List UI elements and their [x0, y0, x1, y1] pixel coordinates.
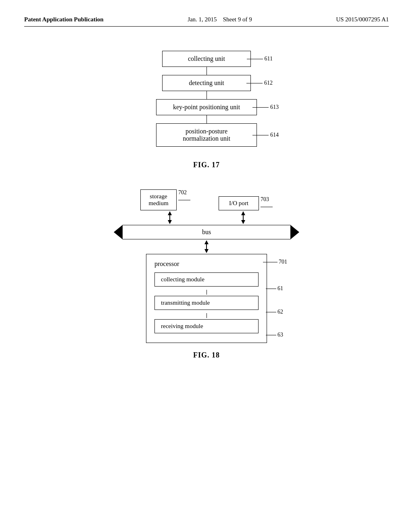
fig18-diagram: storage medium 702 I/O port — [114, 189, 299, 343]
processor-section: processor collecting module transmitting… — [146, 254, 267, 343]
keypoint-unit-box: key-point positioning unit 613 — [156, 99, 257, 115]
processor-outer-box: processor collecting module transmitting… — [146, 254, 267, 343]
collecting-module-box: collecting module — [154, 272, 259, 287]
header-center: Jan. 1, 2015 Sheet 9 of 9 — [188, 16, 252, 23]
header-right: US 2015/0007295 A1 — [336, 16, 389, 23]
fig17-diagram: collecting unit 611 detecting unit 612 — [156, 51, 257, 147]
module-ref-63: 63 — [266, 332, 283, 338]
module-ref-62: 62 — [266, 309, 283, 315]
connector-3 — [206, 115, 207, 123]
module-connector-2 — [154, 313, 259, 318]
module-connector-1 — [154, 290, 259, 295]
transmitting-module-box: transmitting module — [154, 296, 259, 310]
svg-rect-2 — [169, 214, 170, 221]
bus-to-processor-arrow — [202, 240, 211, 253]
io-port-box: I/O port — [219, 196, 259, 210]
fig17-caption: FIG. 17 — [193, 161, 220, 169]
bus-row: bus — [114, 225, 299, 239]
connector-1 — [206, 67, 207, 75]
double-arrow-left — [165, 211, 174, 224]
top-boxes-row: storage medium 702 I/O port — [140, 189, 273, 210]
double-arrow-right — [239, 211, 248, 224]
fig18-container: storage medium 702 I/O port — [24, 189, 389, 360]
processor-ref-line: 701 — [263, 259, 287, 265]
header-sheet: Sheet 9 of 9 — [223, 16, 252, 23]
double-arrow-center — [202, 240, 211, 253]
position-posture-box: position-posture normalization unit 614 — [156, 123, 257, 147]
header-date: Jan. 1, 2015 — [188, 16, 217, 23]
svg-rect-5 — [243, 214, 244, 221]
io-wrapper: I/O port 703 — [219, 196, 273, 210]
fig17-container: collecting unit 611 detecting unit 612 — [24, 51, 389, 169]
connector-2 — [206, 91, 207, 99]
svg-rect-8 — [206, 243, 207, 250]
processor-label: processor — [154, 260, 259, 268]
detecting-unit-box: detecting unit 612 — [162, 75, 251, 91]
module-ref-61: 61 — [266, 285, 283, 292]
top-arrows — [165, 211, 248, 224]
receiving-module-box: receiving module — [154, 319, 259, 333]
storage-wrapper: storage medium 702 — [140, 189, 190, 210]
bus-arrow-right — [290, 225, 299, 239]
fig18-caption: FIG. 18 — [193, 351, 220, 360]
storage-medium-box: storage medium — [140, 189, 177, 210]
header-left: Patent Application Publication — [24, 16, 104, 23]
bus-arrow-left — [114, 225, 123, 239]
header: Patent Application Publication Jan. 1, 2… — [24, 16, 389, 27]
collecting-unit-box: collecting unit 611 — [162, 51, 251, 67]
bus-body: bus — [123, 225, 290, 239]
page: Patent Application Publication Jan. 1, 2… — [0, 0, 413, 532]
